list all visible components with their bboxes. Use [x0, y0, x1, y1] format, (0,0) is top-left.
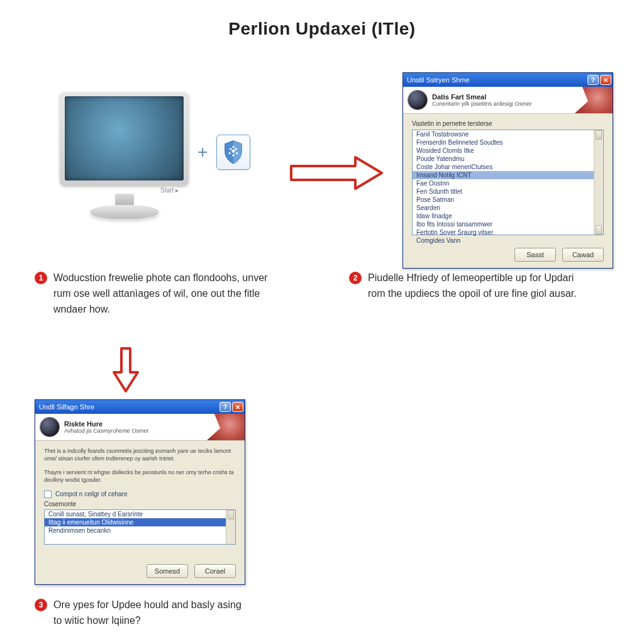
step-2: 2 Piudelle Hfriedy of lemeopertible up f…: [349, 270, 588, 302]
arrow-right-icon: [286, 151, 387, 195]
svg-point-2: [236, 152, 238, 154]
step-2-text: Piudelle Hfriedy of lemeopertible up for…: [368, 270, 588, 302]
scrollbar[interactable]: [594, 130, 603, 235]
svg-point-0: [232, 149, 235, 152]
dialog-b-paragraph: Thayre i servient nt whgse dsiliecks be …: [44, 469, 236, 484]
minimize-icon[interactable]: ?: [587, 75, 599, 85]
dialog-b-title: Undll Silfagn Shre: [39, 403, 218, 411]
list-item[interactable]: Fen Sdunth titlet: [413, 187, 603, 196]
arrow-down-icon: [110, 345, 142, 395]
list-item[interactable]: Ibo fits Intossi tansammwer: [413, 220, 603, 228]
cancel-button[interactable]: Corael: [194, 564, 236, 578]
consent-checkbox[interactable]: Compot n ceilgr of cehare: [44, 491, 236, 498]
list-item[interactable]: Poude Yatendmu: [413, 155, 603, 163]
list-item[interactable]: Conill sunast, Sinattey d Earsrinte: [45, 510, 235, 518]
svg-point-3: [230, 148, 232, 150]
list-item-selected[interactable]: Imsand Notilg ICNT: [413, 171, 603, 179]
page-title: Perlion Updaxei (ITle): [0, 0, 644, 50]
step-3-text: Ore ypes for Updee hould and basly asing…: [53, 597, 248, 629]
checkbox-label: Compot n ceilgr of cehare: [55, 491, 128, 497]
svg-point-4: [235, 148, 237, 150]
list-item[interactable]: Rendinimsen becankn: [45, 526, 235, 535]
step-badge: 3: [35, 599, 47, 611]
header-splash-decor: [207, 414, 245, 440]
list-item[interactable]: Fanil Tostatrowsne: [413, 130, 603, 138]
dialog-b-subheading: Avhatod jis Casmyroheme Osmer: [64, 428, 148, 434]
ok-button[interactable]: Sasst: [514, 248, 556, 262]
app-orb-icon: [40, 418, 59, 436]
list-item[interactable]: Fertotin Sover Sraurg vitser: [413, 228, 603, 236]
ok-button[interactable]: Somesd: [147, 564, 188, 578]
list-item[interactable]: Idaw Ilnadge: [413, 212, 603, 220]
app-orb-icon: [408, 91, 427, 109]
svg-point-5: [233, 154, 235, 156]
list-item[interactable]: Fae Oostnn: [413, 179, 603, 187]
step-1-text: Woducstion frewelie phote can flondoohs,…: [53, 270, 274, 317]
list-item[interactable]: Pose Satman: [413, 196, 603, 204]
close-icon[interactable]: ✕: [232, 402, 243, 412]
list-item[interactable]: Wosided Ctomls Itke: [413, 147, 603, 155]
dialog-b-heading: Riskte Hure: [64, 420, 148, 428]
step-3: 3 Ore ypes for Updee hould and basly asi…: [35, 597, 248, 629]
list-item[interactable]: Comgides Vann: [413, 236, 603, 245]
list-item[interactable]: Coste Johar meneriCtutses: [413, 163, 603, 171]
shield-icon: [216, 135, 250, 170]
dialog-update-detail: Undll Silfagn Shre ? ✕ Riskte Hure Avhat…: [35, 399, 245, 585]
list-item[interactable]: Frenserdin Belinneted Soudtes: [413, 138, 603, 147]
svg-point-6: [233, 146, 235, 148]
close-icon[interactable]: ✕: [600, 75, 611, 85]
checkbox-icon[interactable]: [44, 491, 52, 498]
step-badge: 1: [35, 272, 47, 284]
monitor-label: Start ▸: [60, 186, 189, 194]
scrollbar[interactable]: [226, 510, 235, 544]
dialog-a-subheading: Conentarin yilk pisetitns ardesigi Osmer: [432, 101, 532, 107]
update-listbox[interactable]: Fanil Tostatrowsne Frenserdin Belinneted…: [412, 130, 604, 235]
list-item-selected[interactable]: Ittag ii emenueitun Oliitwisinne: [45, 518, 235, 526]
step-1: 1 Woducstion frewelie phote can flondooh…: [35, 270, 274, 317]
dialog-update-list: Unstil Sstryen Shme ? ✕ Datis Fart Smeal…: [402, 72, 613, 269]
dialog-b-paragraph: Thet is a indcolly feands csonmetis jesc…: [44, 447, 236, 462]
list-item[interactable]: Searden: [413, 204, 603, 212]
svg-point-1: [229, 152, 231, 154]
dialog-a-heading: Datis Fart Smeal: [432, 93, 532, 101]
monitor-illustration: Start ▸ +: [60, 91, 250, 219]
cancel-button[interactable]: Cawad: [562, 248, 604, 262]
comments-listbox[interactable]: Conill sunast, Sinattey d Earsrinte Itta…: [44, 509, 236, 545]
comments-label: Cosemonte: [44, 501, 236, 508]
list-section-label: Vastetin in pernetre tersterse: [412, 120, 604, 127]
header-splash-decor: [575, 87, 613, 113]
dialog-a-title: Unstil Sstryen Shme: [407, 76, 586, 84]
minimize-icon[interactable]: ?: [219, 402, 231, 412]
step-badge: 2: [349, 272, 362, 284]
plus-icon: +: [197, 142, 208, 162]
